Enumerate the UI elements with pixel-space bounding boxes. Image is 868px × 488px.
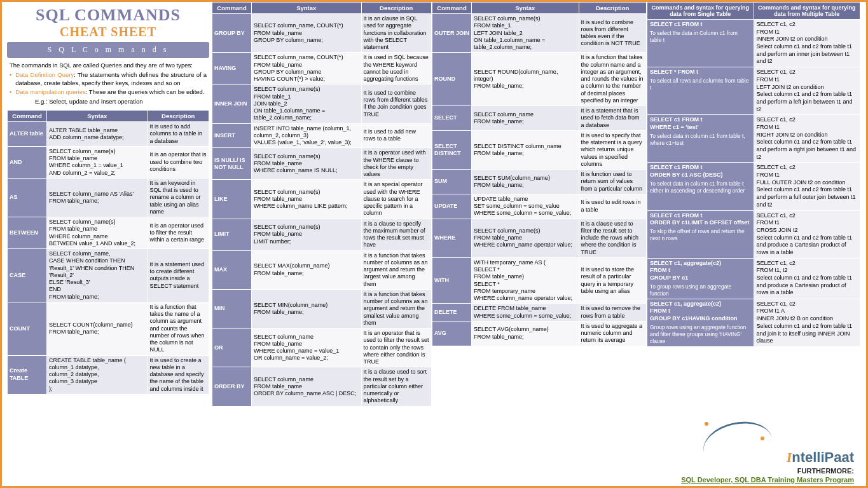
description-cell: It is a function that takes the name of … bbox=[148, 302, 209, 355]
table-row: AVGSELECT AVG(column_name)FROM table_nam… bbox=[432, 321, 647, 346]
syntax-cell: SELECT column_nameFROM table_nameORDER B… bbox=[252, 367, 362, 406]
description-cell: It is function used to return sum of val… bbox=[579, 170, 647, 194]
intro-text-2: : These are the queries which can be edi… bbox=[86, 88, 205, 95]
command-cell: IS NULL/ IS NOT NULL bbox=[212, 148, 252, 180]
command-cell: AVG bbox=[432, 321, 472, 346]
table-row: Create TABLECREATE TABLE table_name (col… bbox=[8, 355, 209, 394]
table-row: CASESELECT column_name,CASE WHEN conditi… bbox=[8, 249, 209, 302]
description-cell: It is an keyword in SQL that is used to … bbox=[148, 178, 209, 217]
command-cell: WITH bbox=[432, 257, 472, 304]
ref-single-cell: SELECT * FROM tTo select all rows and co… bbox=[647, 67, 754, 115]
bullet-icon: • bbox=[10, 88, 11, 97]
dot-icon bbox=[761, 437, 764, 440]
table-row: WITHWITH temporary_name AS (SELECT *FROM… bbox=[432, 257, 647, 304]
description-cell: It is a clause used to filter the result… bbox=[579, 219, 647, 257]
section-band: S Q L C o m m a n d s bbox=[7, 42, 209, 58]
brand-logo: IntelliPaat bbox=[787, 449, 854, 466]
page-title-sub: CHEAT SHEET bbox=[7, 25, 209, 41]
syntax-cell: SELECT column_name(s)FROM table_nameWHER… bbox=[47, 217, 148, 249]
ref-single-cell: SELECT c1 FROM tWHERE c1 = 'test'To sele… bbox=[647, 115, 754, 163]
commands-table-0: Command Syntax Description ALTER tableAL… bbox=[7, 110, 209, 395]
syntax-cell: SELECT column_name(s)FROM table_nameLIMI… bbox=[252, 219, 362, 250]
table-row: SELECT c1 FROM tORDER BY c1 ASC (DESC)To… bbox=[647, 163, 860, 210]
th-desc: Description bbox=[361, 3, 432, 14]
intro-example: E.g.: Select, update and insert operatio… bbox=[10, 98, 207, 106]
intro-lead: The commands in SQL are called Queries a… bbox=[10, 62, 207, 70]
syntax-cell: SELECT COUNT(column_name)FROM table_name… bbox=[47, 302, 148, 355]
description-cell: It is sued to combine rows from differen… bbox=[579, 14, 647, 53]
command-cell: CASE bbox=[8, 249, 47, 302]
syntax-cell: SELECT ROUND(column_name, integer)FROM t… bbox=[472, 53, 579, 106]
reference-table-wrap: Commands and syntax for querying data fr… bbox=[647, 2, 860, 347]
intro-text: The commands in SQL are called Queries a… bbox=[7, 60, 209, 107]
command-cell: ORDER BY bbox=[212, 367, 252, 406]
ref-multi-cell: SELECT c1, c2FROM t1INNER JOIN t2 on con… bbox=[754, 20, 860, 67]
description-cell: It is an operator that is used to filter… bbox=[361, 329, 432, 367]
table-row: SUMSELECT SUM(column_name)FROM table_nam… bbox=[432, 170, 647, 194]
command-cell: WHERE bbox=[432, 219, 472, 257]
th-command: Command bbox=[432, 3, 472, 14]
table-row: SELECT * FROM tTo select all rows and co… bbox=[647, 67, 860, 115]
table-row: ASSELECT column_name AS 'Alias'FROM tabl… bbox=[8, 178, 209, 217]
syntax-cell: CREATE TABLE table_name (column_1 dataty… bbox=[47, 355, 148, 394]
table-row: ORSELECT column_nameFROM table_nameWHERE… bbox=[212, 329, 432, 367]
syntax-cell: DELETE FROM table_nameWHERE some_column … bbox=[472, 304, 579, 322]
page-title-main: SQL COMMANDS bbox=[7, 4, 209, 25]
table-row: SELECT c1 FROM tTo select the data in Co… bbox=[647, 20, 860, 67]
description-cell: It is used to combine rows from differen… bbox=[361, 85, 432, 123]
middle-panel-2: Command Syntax Description OUTER JOINSEL… bbox=[432, 2, 647, 486]
bullet-icon: • bbox=[10, 71, 11, 88]
th-syntax: Syntax bbox=[472, 3, 579, 14]
description-cell: It is an operator that is used to combin… bbox=[148, 146, 209, 178]
description-cell: It is a statement that is used to fetch … bbox=[579, 106, 647, 131]
syntax-cell: SELECT column_name(s)FROM table_1JOIN ta… bbox=[252, 85, 362, 123]
table-row: ROUNDSELECT ROUND(column_name, integer)F… bbox=[432, 53, 647, 106]
syntax-cell: SELECT column_name(s)FROM table_1LEFT JO… bbox=[472, 14, 579, 53]
table-row: LIKESELECT column_name(s)FROM table_name… bbox=[212, 180, 432, 219]
syntax-cell: SELECT column_name(s)FROM table_nameWHER… bbox=[252, 148, 362, 180]
ref-multi-cell: SELECT c1, c2FROM t1 AINNER JOIN t2 B on… bbox=[754, 299, 860, 346]
description-cell: It is used to create a new table in a da… bbox=[148, 355, 209, 394]
table-row: HAVINGSELECT column_name, COUNT(*)FROM t… bbox=[212, 53, 432, 85]
command-cell: LIKE bbox=[212, 180, 252, 219]
description-cell: It is used to store the result of a part… bbox=[579, 257, 647, 304]
description-cell: It is an operator used to filter the res… bbox=[148, 217, 209, 249]
table-row: SELECT c1 FROM tWHERE c1 = 'test'To sele… bbox=[647, 115, 860, 163]
description-cell: It is used in SQL because the WHERE keyw… bbox=[361, 53, 432, 85]
syntax-cell: SELECT SUM(column_name)FROM table_name; bbox=[472, 170, 579, 194]
description-cell: It is an special operator used with the … bbox=[361, 180, 432, 219]
command-cell: MIN bbox=[212, 289, 252, 328]
syntax-cell: SELECT column_name, COUNT(*)FROM table_n… bbox=[252, 14, 362, 53]
table-row: UPDATEUPDATE table_nameSET some_column =… bbox=[432, 194, 647, 219]
table-row: GROUP BYSELECT column_name, COUNT(*)FROM… bbox=[212, 14, 432, 53]
syntax-cell: INSERT INTO table_name (column_1, column… bbox=[252, 123, 362, 148]
intro-term-2: Data manipulation queries bbox=[15, 88, 85, 95]
table-row: DELETEDELETE FROM table_nameWHERE some_c… bbox=[432, 304, 647, 322]
command-cell: HAVING bbox=[212, 53, 252, 85]
th-syntax: Syntax bbox=[47, 111, 148, 122]
table-row: BETWEENSELECT column_name(s)FROM table_n… bbox=[8, 217, 209, 249]
ref-multi-cell: SELECT c1, c2FROM t1CROSS JOIN t2Select … bbox=[754, 210, 860, 258]
command-cell: INSERT bbox=[212, 123, 252, 148]
table-row: SELECTSELECT column_nameFROM table_name;… bbox=[432, 106, 647, 131]
table-row: SELECT DISTINCTSELECT DISTINCT column_na… bbox=[432, 130, 647, 169]
syntax-cell: SELECT column_nameFROM table_name; bbox=[472, 106, 579, 131]
command-cell: ROUND bbox=[432, 53, 472, 106]
ref-multi-cell: SELECT c1, c2FROM t1RIGHT JOIN t2 on con… bbox=[754, 115, 860, 163]
swoosh-icon bbox=[699, 416, 773, 455]
table-row: MAXSELECT MAX(column_name)FROM table_nam… bbox=[212, 250, 432, 289]
furthermore-label: FURTHERMORE: bbox=[797, 467, 854, 475]
training-link[interactable]: SQL Developer, SQL DBA Training Masters … bbox=[681, 476, 854, 484]
table-row: IS NULL/ IS NOT NULLSELECT column_name(s… bbox=[212, 148, 432, 180]
description-cell: It is used to specify that the statement… bbox=[579, 130, 647, 169]
syntax-cell: WITH temporary_name AS (SELECT *FROM tab… bbox=[472, 257, 579, 304]
intro-term-1: Data Definition Query bbox=[15, 71, 74, 78]
syntax-cell: UPDATE table_nameSET some_column = some_… bbox=[472, 194, 579, 219]
ref-single-cell: SELECT c1 FROM tORDER BY c1LIMIT n OFFSE… bbox=[647, 210, 754, 258]
table-row: OUTER JOINSELECT column_name(s)FROM tabl… bbox=[432, 14, 647, 53]
ref-multi-cell: SELECT c1, c2FROM t1FULL OUTER JOIN t2 o… bbox=[754, 163, 860, 210]
th-command: Command bbox=[8, 111, 47, 122]
description-cell: It is a clause to specify the maximum nu… bbox=[361, 219, 432, 250]
branding-block: IntelliPaat FURTHERMORE: SQL Developer, … bbox=[647, 347, 860, 486]
ref-single-cell: SELECT c1 FROM tORDER BY c1 ASC (DESC)To… bbox=[647, 163, 754, 210]
